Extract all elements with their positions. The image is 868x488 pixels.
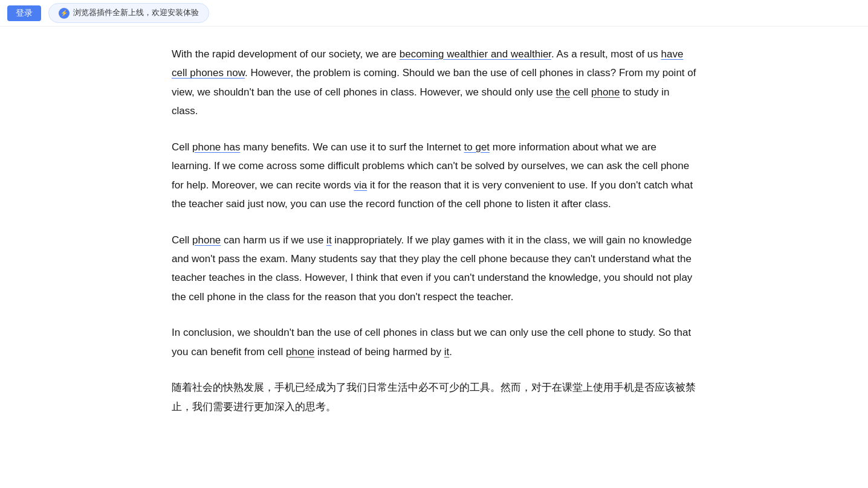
p2-link-phone-has[interactable]: phone has	[192, 141, 240, 153]
p1-underline-phone: phone	[591, 86, 620, 98]
p1-text-end1: cell	[570, 86, 591, 98]
p3-text-mid1: can harm us if we use	[221, 234, 326, 246]
plugin-banner[interactable]: ⚡ 浏览器插件全新上线，欢迎安装体验	[48, 3, 209, 23]
p1-underline-the: the	[555, 86, 570, 98]
p4-period: .	[449, 346, 452, 358]
p1-link-becoming[interactable]: becoming wealthier and wealthier	[400, 48, 551, 60]
p4-text-end: instead of being harmed by	[314, 346, 444, 358]
top-bar: 登录 ⚡ 浏览器插件全新上线，欢迎安装体验	[0, 0, 868, 27]
p2-text-start: Cell	[172, 141, 192, 153]
paragraph-4: In conclusion, we shouldn't ban the use …	[172, 323, 696, 361]
main-content: With the rapid development of our societ…	[0, 27, 868, 469]
p3-link-phone[interactable]: phone	[192, 234, 221, 246]
login-button[interactable]: 登录	[7, 5, 41, 21]
plugin-icon: ⚡	[59, 8, 70, 19]
paragraph-1: With the rapid development of our societ…	[172, 45, 696, 121]
paragraph-3: Cell phone can harm us if we use it inap…	[172, 231, 696, 307]
p2-text-mid1: many benefits. We can use it to surf the…	[240, 141, 464, 153]
p2-link-via[interactable]: via	[354, 179, 367, 191]
p2-link-to-get[interactable]: to get	[464, 141, 490, 153]
p1-text-start: With the rapid development of our societ…	[172, 48, 400, 60]
p3-link-it[interactable]: it	[326, 234, 332, 246]
p3-text-start: Cell	[172, 234, 192, 246]
p4-underline-phone: phone	[286, 346, 314, 358]
paragraph-2: Cell phone has many benefits. We can use…	[172, 138, 696, 214]
plugin-text: 浏览器插件全新上线，欢迎安装体验	[73, 6, 199, 20]
p1-text-mid1: . As a result, most of us	[551, 48, 661, 60]
paragraph-5-cn: 随着社会的快熟发展，手机已经成为了我们日常生活中必不可少的工具。然而，对于在课堂…	[172, 378, 696, 416]
